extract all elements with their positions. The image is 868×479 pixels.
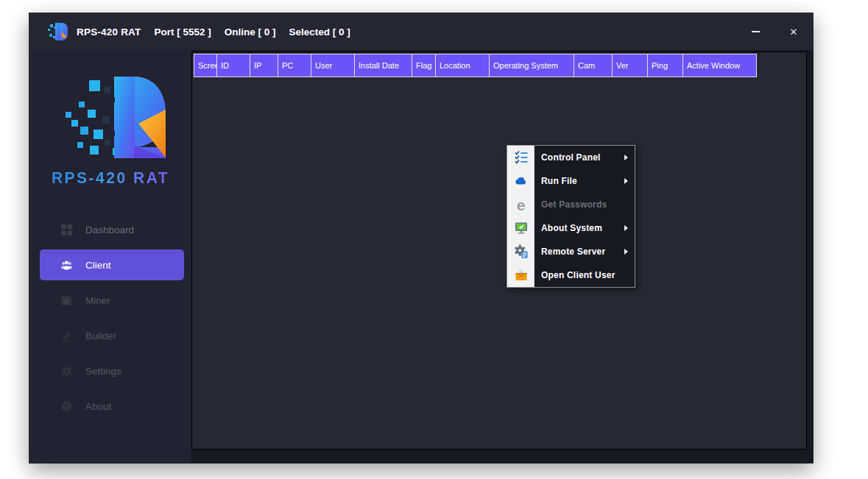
- menu-item-open-client-user[interactable]: Open Client User: [507, 263, 635, 287]
- menu-item-run-file[interactable]: Run File: [507, 169, 635, 193]
- online-status: Online [ 0 ]: [225, 26, 276, 38]
- logo-block: RPS-420 RAT: [29, 50, 191, 187]
- sidebar-item-label: Dashboard: [85, 224, 134, 235]
- settings-gear-icon: [60, 365, 73, 377]
- submenu-arrow-icon: [624, 155, 628, 160]
- sidebar-item-client[interactable]: Client: [40, 249, 184, 280]
- client-table-header: Scree ID IP PC User Install Date Flag Lo…: [194, 54, 806, 77]
- monitor-check-icon: [507, 221, 534, 235]
- main-area: Scree ID IP PC User Install Date Flag Lo…: [191, 50, 813, 463]
- menu-item-remote-server[interactable]: Remote Server: [507, 240, 635, 263]
- minimize-button[interactable]: [736, 13, 775, 50]
- clients-people-icon: [60, 259, 73, 272]
- menu-item-label: Get Passwords: [541, 199, 607, 210]
- sidebar-nav: Dashboard Client: [29, 212, 191, 424]
- logo-wordmark: RPS-420 RAT: [52, 168, 169, 187]
- menu-item-about-system[interactable]: About System: [507, 216, 635, 240]
- menu-item-label: About System: [541, 223, 602, 233]
- cloud-icon: [507, 174, 534, 188]
- submenu-arrow-icon: [624, 225, 628, 231]
- window-controls: ✕: [736, 13, 813, 50]
- client-list-panel: Scree ID IP PC User Install Date Flag Lo…: [191, 52, 807, 450]
- column-header-install-date[interactable]: Install Date: [355, 54, 412, 77]
- sidebar-item-label: Client: [85, 260, 111, 271]
- app-logo-icon: [46, 21, 69, 42]
- column-header-ping[interactable]: Ping: [648, 54, 683, 77]
- context-menu: Control Panel Run File e: [507, 145, 635, 288]
- column-header-user[interactable]: User: [311, 54, 355, 77]
- about-info-icon: [60, 400, 73, 413]
- menu-item-label: Control Panel: [541, 152, 601, 163]
- column-header-flag[interactable]: Flag: [412, 54, 436, 77]
- column-header-cam[interactable]: Cam: [574, 54, 613, 77]
- port-status: Port [ 5552 ]: [154, 26, 211, 38]
- sidebar-item-dashboard[interactable]: Dashboard: [29, 212, 191, 247]
- app-window: RPS-420 RAT Port [ 5552 ] Online [ 0 ] S…: [29, 13, 813, 463]
- close-icon: ✕: [790, 27, 798, 37]
- submenu-arrow-icon: [624, 178, 628, 184]
- column-header-location[interactable]: Location: [436, 54, 490, 77]
- minimize-icon: [752, 31, 760, 32]
- sidebar-item-miner[interactable]: Miner: [29, 283, 191, 318]
- menu-item-get-passwords[interactable]: e Get Passwords: [507, 193, 635, 216]
- sidebar-item-about[interactable]: About: [29, 388, 191, 424]
- column-header-operating-system[interactable]: Operating System: [490, 54, 574, 77]
- menu-item-label: Run File: [541, 176, 577, 186]
- menu-item-label: Open Client User: [541, 270, 615, 280]
- sidebar-item-builder[interactable]: Builder: [29, 318, 191, 353]
- submenu-arrow-icon: [624, 249, 628, 255]
- sidebar-item-label: Settings: [85, 366, 121, 377]
- column-header-ver[interactable]: Ver: [613, 54, 648, 77]
- open-box-icon: [507, 268, 534, 283]
- builder-pencil-icon: [60, 330, 73, 342]
- column-header-active-window[interactable]: Active Window: [683, 54, 757, 77]
- dashboard-grid-icon: [60, 224, 73, 236]
- menu-item-label: Remote Server: [541, 246, 605, 257]
- column-header-screen[interactable]: Scree: [194, 54, 217, 77]
- edge-browser-icon: e: [507, 197, 534, 213]
- gear-sync-icon: [507, 244, 534, 259]
- sidebar: RPS-420 RAT Dashboard: [29, 50, 191, 463]
- sidebar-item-label: Miner: [85, 295, 110, 306]
- menu-item-control-panel[interactable]: Control Panel: [507, 146, 635, 169]
- column-header-id[interactable]: ID: [217, 54, 250, 77]
- column-header-pc[interactable]: PC: [278, 54, 311, 77]
- column-header-ip[interactable]: IP: [250, 54, 278, 77]
- sidebar-item-label: About: [85, 401, 111, 412]
- close-button[interactable]: ✕: [775, 13, 813, 50]
- app-logo-large: [51, 75, 170, 162]
- sidebar-item-label: Builder: [85, 330, 116, 341]
- sidebar-item-settings[interactable]: Settings: [29, 353, 191, 388]
- checklist-icon: [507, 150, 534, 165]
- miner-chart-icon: [60, 294, 73, 307]
- app-title: RPS-420 RAT: [77, 26, 141, 38]
- selected-status: Selected [ 0 ]: [289, 26, 350, 38]
- titlebar: RPS-420 RAT Port [ 5552 ] Online [ 0 ] S…: [29, 13, 813, 50]
